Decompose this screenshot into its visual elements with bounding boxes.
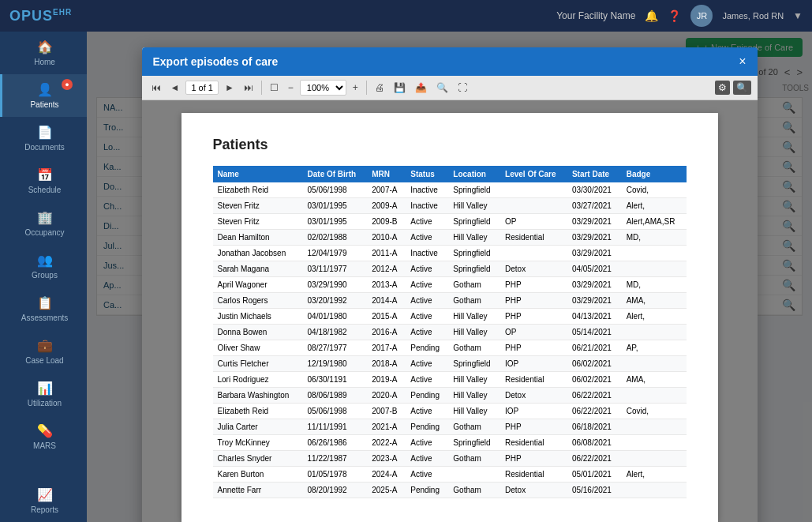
sidebar-item-mars[interactable]: 💊 MARS (0, 415, 87, 458)
table-row: Sarah Magana03/11/19772012-AActiveSpring… (213, 261, 687, 277)
col-mrn: MRN (367, 166, 406, 182)
schedule-icon: 📅 (37, 167, 53, 182)
table-cell: 02/02/1988 (303, 230, 368, 246)
table-cell: Gotham (448, 451, 500, 467)
export-modal: Export episodes of care × ⏮ ◄ 1 of 1 ► ⏭… (142, 47, 758, 522)
sidebar-item-patients[interactable]: 👤 Patients ● (0, 74, 87, 117)
sidebar-item-occupancy[interactable]: 🏢 Occupancy (0, 202, 87, 245)
sidebar-item-label: Reports (31, 505, 58, 514)
modal-overlay[interactable]: Export episodes of care × ⏮ ◄ 1 of 1 ► ⏭… (87, 32, 812, 522)
table-cell: 2007-A (367, 182, 406, 198)
table-cell: Dean Hamilton (213, 230, 303, 246)
sidebar-item-utilization[interactable]: 📊 Utilization (0, 373, 87, 415)
sidebar-item-label: Assessments (21, 314, 68, 322)
table-cell: 05/01/2021 (567, 467, 622, 483)
table-cell: Detox (500, 261, 567, 277)
toolbar-fit-btn[interactable]: ⛶ (455, 81, 470, 95)
sidebar-item-home[interactable]: 🏠 Home (0, 32, 87, 74)
table-cell: 2010-A (367, 230, 406, 246)
table-cell: MD, (622, 230, 687, 246)
table-cell: PHP (500, 309, 567, 325)
table-cell: 2014-A (367, 293, 406, 309)
table-cell: 12/04/1979 (303, 246, 368, 261)
report-toolbar: ⏮ ◄ 1 of 1 ► ⏭ ☐ − 100% 75% 125% 150% + (142, 76, 758, 100)
table-cell: 01/05/1978 (303, 467, 368, 483)
table-cell: Pending (406, 419, 448, 435)
toolbar-zoom-out-btn[interactable]: − (285, 81, 297, 95)
page-indicator: 1 of 1 (185, 81, 219, 95)
toolbar-prev-btn[interactable]: ◄ (167, 81, 183, 95)
table-cell: 06/18/2021 (567, 419, 622, 435)
table-cell: 2020-A (367, 388, 406, 404)
table-cell: 06/08/2021 (567, 435, 622, 451)
toolbar-next-btn[interactable]: ► (222, 81, 238, 95)
table-cell: 03/29/2021 (567, 277, 622, 293)
table-cell: Active (406, 230, 448, 246)
table-cell: 2013-A (367, 277, 406, 293)
table-row: Elizabeth Reid05/06/19982007-BActiveHill… (213, 404, 687, 419)
table-cell: 06/26/1986 (303, 435, 368, 451)
table-cell: 2016-A (367, 325, 406, 340)
col-dob: Date Of Birth (303, 166, 368, 182)
table-cell: 03/29/2021 (567, 246, 622, 261)
table-cell: Karen Burton (213, 467, 303, 483)
toolbar-gear-btn[interactable]: ⚙ (715, 81, 730, 95)
table-cell: 2019-A (367, 372, 406, 388)
table-cell: Springfield (448, 182, 500, 198)
toolbar-export2-btn[interactable]: 📤 (412, 81, 430, 95)
table-cell: Alert,AMA,SR (622, 214, 687, 230)
report-content[interactable]: Patients Name Date Of Birth MRN Status L… (142, 100, 758, 522)
table-cell: 04/01/1980 (303, 309, 368, 325)
table-cell: Charles Snyder (213, 451, 303, 467)
toolbar-zoom-in-btn[interactable]: + (350, 81, 361, 95)
toolbar-export-btn[interactable]: 💾 (391, 81, 409, 95)
toolbar-layout-btn[interactable]: ☐ (267, 81, 282, 95)
table-cell: AP, (622, 340, 687, 356)
table-row: Barbara Washington08/06/19892020-APendin… (213, 388, 687, 404)
modal-close-button[interactable]: × (739, 55, 746, 68)
sidebar-item-assessments[interactable]: 📋 Assessments (0, 287, 87, 330)
sidebar-item-groups[interactable]: 👥 Groups (0, 245, 87, 287)
sidebar-item-label: Documents (24, 143, 65, 152)
table-cell: 11/11/1991 (303, 419, 368, 435)
table-header: Name Date Of Birth MRN Status Location L… (213, 166, 687, 182)
col-status: Status (406, 166, 448, 182)
sidebar-item-label: Schedule (28, 186, 62, 194)
table-cell: 2021-A (367, 419, 406, 435)
occupancy-icon: 🏢 (37, 210, 53, 225)
patients-icon: 👤 (37, 82, 53, 97)
table-cell: Carlos Rogers (213, 293, 303, 309)
table-cell: Hill Valley (448, 230, 500, 246)
table-cell: 05/16/2021 (567, 483, 622, 498)
sidebar-item-label: Home (34, 58, 55, 66)
zoom-select[interactable]: 100% 75% 125% 150% (300, 80, 346, 96)
table-cell: Alert, (622, 467, 687, 483)
table-cell: 08/20/1992 (303, 483, 368, 498)
toolbar-find-btn[interactable]: 🔍 (733, 81, 751, 95)
table-cell: 04/13/2021 (567, 309, 622, 325)
toolbar-print-btn[interactable]: 🖨 (372, 81, 387, 95)
table-row: Lori Rodriguez06/30/11912019-AActiveHill… (213, 372, 687, 388)
table-cell: Jonathan Jacobsen (213, 246, 303, 261)
user-dropdown-icon[interactable]: ▼ (793, 10, 803, 21)
sidebar-item-documents[interactable]: 📄 Documents (0, 117, 87, 160)
toolbar-first-btn[interactable]: ⏮ (148, 81, 164, 95)
table-row: Troy McKinney06/26/19862022-AActiveSprin… (213, 435, 687, 451)
table-cell: Alert, (622, 309, 687, 325)
table-row: Donna Bowen04/18/19822016-AActiveHill Va… (213, 325, 687, 340)
table-cell: Inactive (406, 198, 448, 214)
table-cell: Hill Valley (448, 388, 500, 404)
sidebar-item-schedule[interactable]: 📅 Schedule (0, 160, 87, 202)
help-icon[interactable]: ❓ (668, 9, 681, 22)
table-cell: 12/19/1980 (303, 356, 368, 372)
sidebar-item-case-load[interactable]: 💼 Case Load (0, 330, 87, 373)
table-cell: Justin Michaels (213, 309, 303, 325)
table-cell: OP (500, 325, 567, 340)
bell-icon[interactable]: 🔔 (645, 9, 658, 22)
sidebar-item-reports[interactable]: 📈 Reports (0, 479, 87, 522)
toolbar-search-btn[interactable]: 🔍 (433, 81, 451, 95)
table-cell: Steven Fritz (213, 214, 303, 230)
toolbar-last-btn[interactable]: ⏭ (241, 81, 256, 95)
table-cell: IOP (500, 356, 567, 372)
table-cell: Detox (500, 483, 567, 498)
